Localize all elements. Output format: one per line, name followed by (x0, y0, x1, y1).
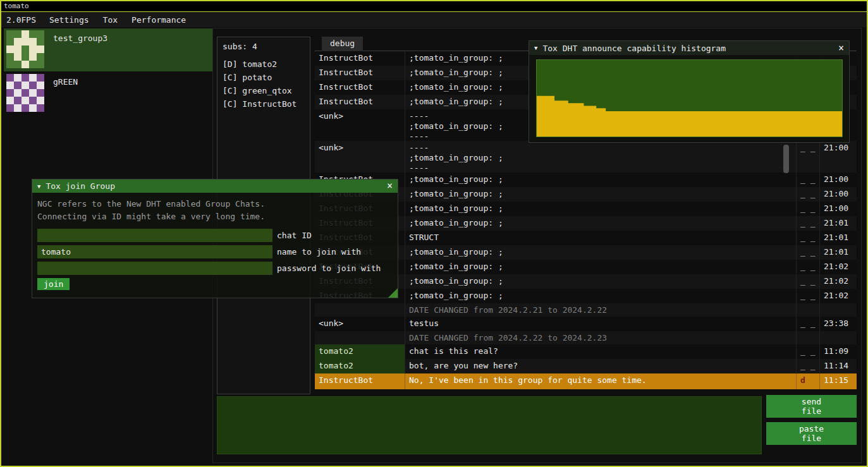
group-name: gREEN (53, 74, 78, 87)
message-row[interactable]: <unk>testus_ _23:38 (315, 317, 857, 331)
close-icon[interactable]: × (387, 181, 393, 191)
collapse-arrow-icon[interactable]: ▼ (534, 45, 537, 51)
menu-bar: 2.0FPS Settings Tox Performance (1, 12, 867, 27)
date-separator: DATE CHANGED from 2024.2.22 to 2024.2.23 (315, 331, 857, 344)
message-row[interactable]: <unk>---- ;tomato_in_group: ; ----_ _21:… (315, 141, 857, 173)
message-flags: _ _ (797, 274, 820, 289)
avatar-pixel (14, 97, 21, 104)
message-text: ;tomato_in_group: ; (405, 187, 797, 202)
paste-file-button[interactable]: paste file (766, 422, 857, 445)
group-list: test_group3gREEN (3, 28, 214, 116)
avatar-pixel (29, 61, 37, 68)
chat-scrollbar[interactable] (783, 145, 789, 173)
avatar-pixel (14, 74, 21, 82)
sender-name: <unk> (315, 317, 405, 331)
subs-header: subs: 4 (217, 37, 310, 58)
message-text: ;tomato_in_group: ; (405, 202, 797, 216)
avatar-pixel (14, 30, 21, 38)
avatar-pixel (14, 45, 21, 53)
close-icon[interactable]: × (838, 44, 844, 53)
message-row[interactable]: InstructBotNo, I've been in this group f… (315, 373, 857, 389)
histogram-title: Tox DHT announce capability histogram (542, 44, 726, 53)
message-flags: _ _ (797, 245, 820, 260)
message-text: testus (405, 317, 797, 331)
subs-item-green_qtox[interactable]: [C] green_qtox (217, 84, 310, 97)
avatar-pixel (21, 30, 29, 38)
avatar-pixel (14, 61, 21, 68)
menu-tox[interactable]: Tox (96, 12, 125, 27)
message-text: ;tomato_in_group: ; (405, 260, 797, 274)
join-name-input[interactable] (37, 245, 272, 258)
message-flags: _ _ (797, 173, 820, 187)
message-flags: _ _ (797, 187, 820, 202)
message-flags: _ _ (797, 359, 820, 373)
avatar-pixel (37, 104, 44, 112)
chat-id-label: chat ID (277, 231, 312, 240)
avatar-pixel (29, 53, 37, 61)
avatar-pixel (21, 53, 29, 61)
message-time: 21:01 (820, 216, 857, 231)
sender-name: InstructBot (315, 51, 405, 66)
avatar-pixel (29, 45, 37, 53)
avatar-pixel (6, 61, 14, 68)
fps-indicator: 2.0FPS (4, 12, 42, 27)
group-avatar (6, 74, 44, 112)
message-text: ;tomato_in_group: ; (405, 216, 797, 231)
join-password-input[interactable] (37, 262, 272, 275)
join-button[interactable]: join (37, 278, 70, 290)
avatar-pixel (6, 82, 14, 89)
avatar-pixel (6, 104, 14, 112)
avatar-pixel (6, 45, 14, 53)
message-text: DATE CHANGED from 2024.2.22 to 2024.2.23 (405, 331, 797, 344)
collapse-arrow-icon[interactable]: ▼ (37, 183, 40, 190)
avatar-pixel (6, 53, 14, 61)
tab-debug[interactable]: debug (322, 37, 363, 51)
message-text: No, I've been in this group for quite so… (405, 373, 797, 389)
message-time: 23:38 (820, 317, 857, 331)
subs-item-InstructBot[interactable]: [C] InstructBot (217, 97, 310, 111)
group-item-test_group3[interactable]: test_group3 (4, 28, 212, 71)
avatar-pixel (29, 97, 37, 104)
avatar-pixel (14, 104, 21, 112)
avatar-pixel (29, 89, 37, 97)
menu-settings[interactable]: Settings (42, 12, 96, 27)
window-title: tomato (4, 2, 29, 10)
group-name: test_group3 (53, 30, 107, 43)
app-window: tomato 2.0FPS Settings Tox Performance t… (0, 0, 868, 467)
avatar-pixel (21, 89, 29, 97)
histogram-titlebar[interactable]: ▼ Tox DHT announce capability histogram … (529, 41, 849, 55)
message-text: bot, are you new here? (405, 359, 797, 373)
subs-item-potato[interactable]: [C] potato (217, 71, 310, 84)
avatar-pixel (21, 74, 29, 82)
menu-performance[interactable]: Performance (125, 12, 193, 27)
message-time: 21:02 (820, 289, 857, 303)
avatar-pixel (21, 104, 29, 112)
avatar-pixel (6, 89, 14, 97)
join-note-1: NGC refers to the New DHT enabled Group … (37, 198, 393, 210)
sender-name: InstructBot (315, 373, 405, 389)
chat-id-input[interactable] (37, 229, 272, 242)
join-group-titlebar[interactable]: ▼ Tox join Group × (32, 179, 398, 193)
avatar-pixel (37, 82, 44, 89)
histogram-plot (536, 59, 843, 137)
sender-name: tomato2 (315, 359, 405, 373)
resize-grip[interactable] (388, 288, 398, 298)
sender-name: tomato2 (315, 344, 405, 359)
message-flags: _ _ (797, 231, 820, 245)
message-flags: _ _ (797, 260, 820, 274)
message-time: 11:15 (820, 373, 857, 389)
avatar-pixel (6, 38, 14, 45)
date-separator: DATE CHANGED from 2024.2.21 to 2024.2.22 (315, 303, 857, 317)
avatar-pixel (37, 61, 44, 68)
message-row[interactable]: tomato2bot, are you new here?_ _11:14 (315, 359, 857, 373)
subs-item-tomato2[interactable]: [D] tomato2 (217, 58, 310, 71)
message-row[interactable]: tomato2chat is this real?_ _11:09 (315, 344, 857, 359)
send-file-button[interactable]: send file (766, 395, 857, 418)
message-text: ---- ;tomato_in_group: ; ---- (405, 141, 797, 173)
avatar-pixel (29, 74, 37, 82)
group-item-green[interactable]: gREEN (4, 72, 212, 115)
message-text: DATE CHANGED from 2024.2.21 to 2024.2.22 (405, 303, 797, 317)
avatar-pixel (29, 38, 37, 45)
message-input[interactable] (217, 396, 762, 454)
avatar-pixel (21, 38, 29, 45)
